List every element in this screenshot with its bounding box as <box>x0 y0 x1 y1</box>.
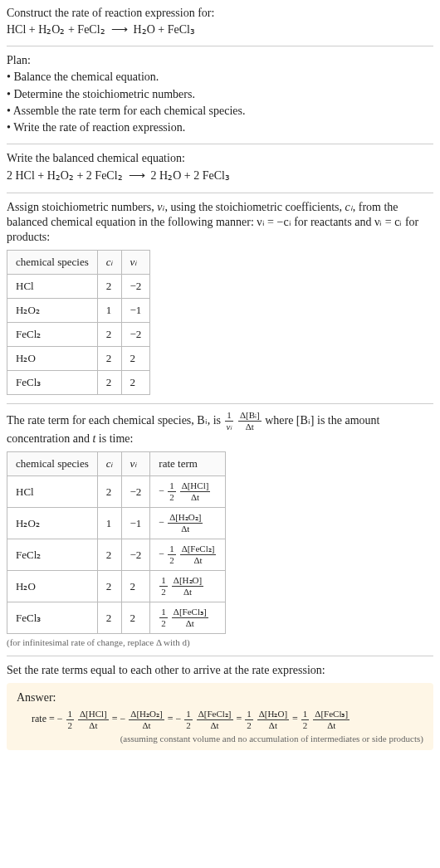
text: where <box>265 414 296 427</box>
fraction: 12 <box>168 481 176 502</box>
fraction: Δ[H₂O₂]Δt <box>168 513 203 534</box>
rateterm-intro: The rate term for each chemical species,… <box>7 411 433 446</box>
footnote: (for infinitesimal rate of change, repla… <box>7 637 433 647</box>
balanced-section: Write the balanced chemical equation: 2 … <box>7 151 433 183</box>
balanced-rhs: 2 H₂O + 2 FeCl₃ <box>151 169 230 182</box>
col-species: chemical species <box>7 251 98 275</box>
rule: νᵢ = −cᵢ <box>257 216 291 228</box>
denominator: 2 <box>301 720 310 730</box>
table-row: FeCl₃ 2 2 12 Δ[FeCl₃]Δt <box>7 602 226 634</box>
numerator: Δ[Bᵢ] <box>238 411 262 422</box>
sign: − <box>175 714 181 725</box>
denominator: 2 <box>184 720 193 730</box>
denominator: Δt <box>180 492 211 502</box>
eq-rhs: H₂O + FeCl₃ <box>134 23 195 36</box>
divider <box>7 144 433 144</box>
text: , using the stoichiometric coefficients, <box>164 201 345 213</box>
denominator: νᵢ <box>225 422 234 432</box>
denominator: Δt <box>129 720 164 730</box>
text: is time: <box>95 432 133 445</box>
fraction: 12 <box>168 544 176 565</box>
plan-label: Plan: <box>7 53 433 68</box>
denominator: 2 <box>159 618 168 628</box>
balanced-lhs: 2 HCl + H₂O₂ + 2 FeCl₂ <box>7 169 123 182</box>
denominator: 2 <box>245 720 253 730</box>
table-row: FeCl₃22 <box>7 371 150 395</box>
numerator: 1 <box>159 576 168 587</box>
numerator: 1 <box>159 607 168 618</box>
answer-label: Answer: <box>17 691 423 705</box>
balanced-equation: 2 HCl + H₂O₂ + 2 FeCl₂ ⟶ 2 H₂O + 2 FeCl₃ <box>7 168 433 183</box>
numerator: Δ[HCl] <box>78 710 109 720</box>
col-rate: rate term <box>150 452 226 476</box>
text: for reactants and <box>291 216 374 228</box>
fraction: 12 <box>159 576 168 597</box>
unbalanced-equation: HCl + H₂O₂ + FeCl₂ ⟶ H₂O + FeCl₃ <box>7 22 433 37</box>
cell-rate: − 12 Δ[FeCl₂]Δt <box>150 539 226 571</box>
numerator: 1 <box>225 411 234 422</box>
cell-nu: −2 <box>121 539 150 571</box>
symbol-nu-i: νᵢ <box>130 457 137 470</box>
denominator: 2 <box>159 587 168 597</box>
symbol-conc: [Bᵢ] <box>296 414 315 427</box>
cell-species: H₂O <box>7 571 98 602</box>
table-row: HCl 2 −2 − 12 Δ[HCl]Δt <box>7 476 226 508</box>
fraction: Δ[Bᵢ] Δt <box>238 411 262 432</box>
cell-nu: 2 <box>121 371 150 395</box>
table-row: H₂O₂ 1 −1 − Δ[H₂O₂]Δt <box>7 508 226 539</box>
numerator: Δ[FeCl₃] <box>172 607 208 618</box>
arrow-icon: ⟶ <box>129 168 145 182</box>
numerator: Δ[FeCl₂] <box>180 544 217 555</box>
cell-species: HCl <box>7 275 98 299</box>
cell-nu: −1 <box>121 508 150 539</box>
denominator: Δt <box>313 720 350 730</box>
denominator: Δt <box>172 618 208 628</box>
fraction: 12 <box>245 710 253 730</box>
fraction: 12 <box>66 710 75 730</box>
header-section: Construct the rate of reaction expressio… <box>7 7 433 37</box>
sign: − <box>159 485 164 497</box>
denominator: Δt <box>238 422 262 432</box>
cell-nu: 2 <box>121 602 150 634</box>
fraction: 12 <box>301 710 310 730</box>
fraction: 12 <box>159 607 168 628</box>
text: The rate term for each chemical species, <box>7 414 197 427</box>
plan-item: • Write the rate of reaction expression. <box>7 120 433 135</box>
table-row: H₂O22 <box>7 347 150 371</box>
col-c: cᵢ <box>97 251 121 275</box>
cell-nu: −1 <box>121 299 150 323</box>
fraction: Δ[HCl]Δt <box>78 710 109 730</box>
cell-nu: 2 <box>121 571 150 602</box>
fraction: 1 νᵢ <box>225 411 234 432</box>
denominator: 2 <box>66 720 75 730</box>
numerator: 1 <box>168 544 176 555</box>
fraction: Δ[FeCl₂]Δt <box>180 544 217 565</box>
cell-species: FeCl₂ <box>7 323 98 347</box>
cell-nu: −2 <box>121 275 150 299</box>
numerator: Δ[H₂O] <box>257 710 289 720</box>
plan-item: • Balance the chemical equation. <box>7 70 433 85</box>
denominator: 2 <box>168 492 176 502</box>
symbol-b-i: Bᵢ <box>197 414 207 427</box>
text: , is <box>208 414 224 427</box>
cell-species: H₂O₂ <box>7 508 98 539</box>
cell-species: H₂O₂ <box>7 299 98 323</box>
rateterm-section: The rate term for each chemical species,… <box>7 411 433 647</box>
sign: − <box>57 714 63 725</box>
denominator: Δt <box>168 524 203 534</box>
numerator: 1 <box>301 710 310 720</box>
page-title: Construct the rate of reaction expressio… <box>7 7 433 20</box>
answer-box: Answer: rate = − 12 Δ[HCl]Δt = − Δ[H₂O₂]… <box>7 683 433 750</box>
stoich-table: chemical species cᵢ νᵢ HCl2−2 H₂O₂1−1 Fe… <box>7 250 150 395</box>
denominator: Δt <box>172 587 203 597</box>
col-species: chemical species <box>7 452 98 476</box>
equals: = <box>168 714 176 725</box>
table-row: HCl2−2 <box>7 275 150 299</box>
cell-species: FeCl₂ <box>7 539 98 571</box>
cell-species: FeCl₃ <box>7 371 98 395</box>
table-header-row: chemical species cᵢ νᵢ <box>7 251 150 275</box>
symbol-nu-i: νᵢ <box>227 422 232 432</box>
equals: = <box>292 714 301 725</box>
numerator: 1 <box>66 710 75 720</box>
numerator: Δ[HCl] <box>180 481 211 492</box>
